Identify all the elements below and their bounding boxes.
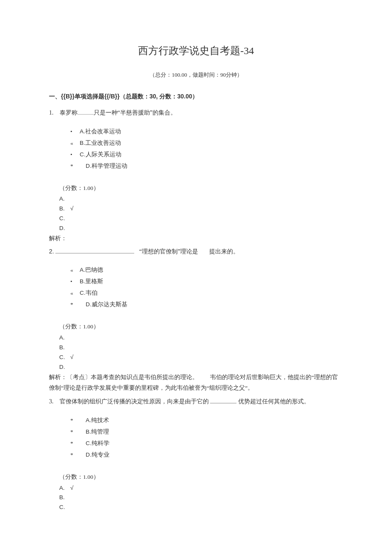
list-item: «C.韦伯 [70, 287, 343, 299]
answer-row: B. [49, 343, 343, 353]
list-item: «A.巴纳德 [70, 264, 343, 276]
list-item: * D.威尔达夫斯基 [70, 299, 343, 310]
exam-meta: （总分：100.00，做题时间：90分钟） [49, 71, 343, 80]
option-text: B.工业改善运动 [80, 140, 121, 146]
list-item: •A.社会改革运动 [70, 126, 343, 137]
answer-letter: C. [59, 214, 70, 224]
bullet-icon: • [70, 149, 80, 160]
document-title: 西方行政学说史自考题-34 [49, 43, 343, 59]
q3-score: （分数：1.00） [49, 472, 343, 482]
answer-letter: C. [59, 503, 70, 512]
answer-letter: D. [59, 224, 70, 233]
bullet-icon: * [70, 299, 80, 310]
option-text: C.韦伯 [80, 290, 98, 296]
answer-letter: A. [59, 194, 70, 204]
section-heading: 一、{{B}}单项选择题{{/B}}（总题数：30, 分数：30.00） [49, 92, 343, 101]
bullet-icon: « [70, 264, 80, 276]
option-text: C.人际关系运动 [80, 151, 121, 158]
q2-num: 2. [49, 248, 54, 255]
option-text: B.纯管理 [80, 428, 109, 435]
q2-suffix: 提出来的。 [209, 248, 239, 255]
bullet-icon: * [70, 160, 80, 172]
blank-line [78, 109, 94, 115]
answer-row: A. [49, 333, 343, 343]
bullet-icon: * [70, 414, 80, 426]
bullet-icon: « [70, 137, 80, 149]
answer-letter: B. [59, 343, 70, 353]
answer-row: C. [49, 503, 343, 512]
check-mark: √ [70, 485, 73, 491]
q2-score: （分数：1.00） [49, 322, 343, 331]
answer-row: D. [49, 362, 343, 372]
option-text: C.纯科学 [80, 440, 110, 446]
answer-row: C. [49, 214, 343, 224]
list-item: •C.人际关系运动 [70, 149, 343, 160]
question-2-options: «A.巴纳德 •B.里格斯 «C.韦伯 * D.威尔达夫斯基 [49, 264, 343, 310]
bullet-icon: « [70, 287, 80, 299]
list-item: •B.里格斯 [70, 276, 343, 287]
q1-score: （分数：1.00） [49, 184, 343, 193]
answer-letter: B. [59, 204, 70, 214]
answer-letter: B. [59, 493, 70, 503]
option-text: D.科学管理运动 [80, 163, 127, 169]
option-text: D.纯专业 [80, 451, 110, 458]
list-item: * B.纯管理 [70, 426, 343, 437]
question-1-options: •A.社会改革运动 «B.工业改善运动 •C.人际关系运动 * D.科学管理运动 [49, 126, 343, 172]
check-mark: √ [70, 354, 73, 360]
question-3-options: * A.纯技术 * B.纯管理 * C.纯科学 * D.纯专业 [49, 414, 343, 460]
option-text: A.纯技术 [80, 417, 109, 423]
check-mark: √ [70, 205, 73, 212]
answer-letter: D. [59, 362, 70, 372]
bullet-icon: * [70, 437, 80, 449]
option-text: B.里格斯 [80, 278, 103, 285]
bullet-icon: * [70, 449, 80, 460]
blank-line [55, 248, 134, 253]
list-item: * C.纯科学 [70, 437, 343, 449]
q2-mid: “理想的官僚制”理论是 [139, 248, 198, 255]
question-2-stem: 2. “理想的官僚制”理论是提出来的。 [49, 247, 343, 256]
option-text: D.威尔达夫斯基 [80, 301, 127, 308]
bullet-icon: • [70, 126, 80, 137]
question-1-stem: 1. 泰罗称只是一种“半慈善援助”的集合。 [49, 107, 343, 118]
answer-letter: A. [59, 333, 70, 343]
question-3-stem: 3. 官僚体制的组织广泛传播的决定性原因，向来是由于它的 优势超过任何其他的形式… [49, 396, 343, 407]
bullet-icon: • [70, 276, 80, 287]
answer-row: C.√ [49, 353, 343, 362]
answer-letter: C. [59, 353, 70, 362]
answer-letter: A. [59, 483, 70, 493]
q2-analysis: 解析：〔考点〕本题考查的知识点是韦伯所提出的理论。 韦伯的理论对后世影响巨大，他… [49, 372, 343, 394]
answer-row: A. [49, 194, 343, 204]
q1-prefix: 1. 泰罗称 [49, 109, 78, 116]
answer-row: B.√ [49, 204, 343, 214]
answer-row: B. [49, 493, 343, 503]
option-text: A.巴纳德 [80, 267, 103, 273]
option-text: A.社会改革运动 [80, 128, 121, 135]
list-item: «B.工业改善运动 [70, 137, 343, 149]
q3-prefix: 3. 官僚体制的组织广泛传播的决定性原因，向来是由于它的 [49, 398, 209, 405]
q1-analysis: 解析： [49, 233, 343, 244]
blank-line [210, 398, 236, 403]
q3-suffix: 优势超过任何其他的形式。 [238, 398, 310, 405]
list-item: * A.纯技术 [70, 414, 343, 426]
answer-row: A.√ [49, 483, 343, 493]
answer-row: D. [49, 224, 343, 233]
list-item: * D.科学管理运动 [70, 160, 343, 172]
q1-suffix: 只是一种“半慈善援助”的集合。 [94, 109, 176, 116]
bullet-icon: * [70, 426, 80, 437]
list-item: * D.纯专业 [70, 449, 343, 460]
